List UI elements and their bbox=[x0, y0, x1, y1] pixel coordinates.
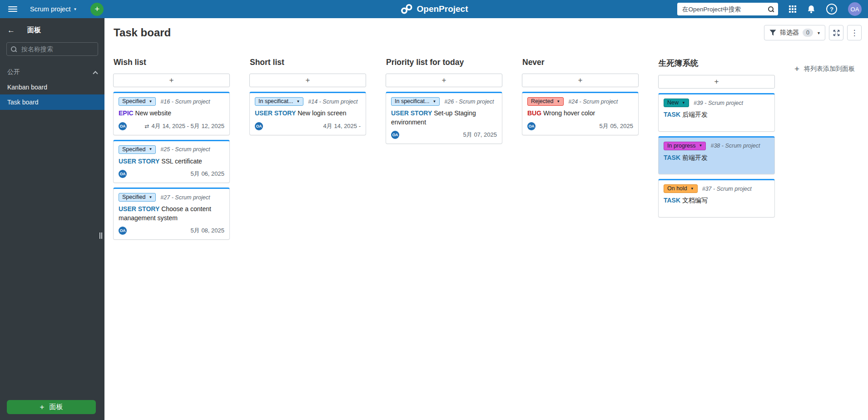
status-badge[interactable]: In specificat...▼ bbox=[391, 97, 440, 106]
chevron-down-icon: ▼ bbox=[73, 7, 77, 11]
column-title[interactable]: Never bbox=[522, 58, 639, 67]
chevron-down-icon: ▼ bbox=[699, 143, 703, 148]
date-range-icon: ⇄ bbox=[144, 123, 149, 129]
card-project: Scrum project bbox=[322, 99, 357, 105]
notifications-bell-icon[interactable] bbox=[807, 5, 815, 14]
work-package-card[interactable]: In progress▼#38 - Scrum projectTASK 前端开发 bbox=[658, 136, 775, 175]
date-text: 5月 07, 2025 bbox=[463, 131, 497, 139]
add-card-button[interactable]: + bbox=[522, 74, 639, 87]
card-title-row: USER STORY New login screen bbox=[255, 109, 361, 118]
filter-label: 筛选器 bbox=[780, 29, 799, 37]
status-badge[interactable]: Rejected▼ bbox=[527, 97, 564, 106]
work-package-card[interactable]: On hold▼#37 - Scrum projectTASK 文档编写 bbox=[658, 179, 775, 217]
work-package-type-label: USER STORY bbox=[255, 109, 296, 117]
plus-icon: + bbox=[94, 5, 99, 13]
help-icon[interactable]: ? bbox=[826, 4, 837, 15]
status-badge[interactable]: In specificat...▼ bbox=[255, 97, 303, 106]
add-card-button[interactable]: + bbox=[113, 74, 230, 87]
card-meta: #26 - Scrum project bbox=[444, 99, 494, 105]
more-options-button[interactable]: ⋮ bbox=[847, 25, 862, 40]
add-card-button[interactable]: + bbox=[386, 74, 502, 87]
status-badge[interactable]: In progress▼ bbox=[664, 142, 706, 150]
work-package-card[interactable]: Specified▼#16 - Scrum projectEPIC New we… bbox=[113, 92, 230, 135]
card-title-row: USER STORY Set-up Staging environment bbox=[391, 109, 497, 127]
avatar: OA bbox=[391, 131, 399, 139]
add-card-button[interactable]: + bbox=[658, 75, 775, 89]
menu-icon[interactable] bbox=[8, 5, 17, 14]
card-meta: #27 - Scrum project bbox=[160, 194, 210, 201]
card-header-row: On hold▼#37 - Scrum project bbox=[664, 184, 769, 193]
card-title: 后端开发 bbox=[682, 111, 708, 118]
status-label: On hold bbox=[667, 185, 687, 192]
user-avatar[interactable]: OA bbox=[848, 2, 862, 16]
date-text: 4月 14, 2025 - 5月 12, 2025 bbox=[152, 122, 224, 130]
page-title: Task board bbox=[114, 26, 171, 39]
add-list-button[interactable]: + 将列表添加到面板 bbox=[794, 64, 855, 74]
back-icon[interactable]: ← bbox=[7, 26, 15, 34]
work-package-card[interactable]: In specificat...▼#14 - Scrum projectUSER… bbox=[249, 92, 366, 135]
project-selector[interactable]: Scrum project ▼ bbox=[27, 5, 79, 13]
card-header-row: In specificat...▼#26 - Scrum project bbox=[391, 97, 497, 106]
board-column: Wish list+Specified▼#16 - Scrum projectE… bbox=[113, 58, 230, 244]
column-title[interactable]: 生死簿系统 bbox=[659, 58, 775, 69]
work-package-card[interactable]: Rejected▼#24 - Scrum projectBUG Wrong ho… bbox=[522, 92, 639, 135]
work-package-card[interactable]: Specified▼#27 - Scrum projectUSER STORY … bbox=[113, 188, 230, 240]
work-package-card[interactable]: New▼#39 - Scrum projectTASK 后端开发 bbox=[658, 93, 775, 132]
date-text: 4月 14, 2025 - bbox=[323, 122, 361, 130]
openproject-logo[interactable]: OpenProject bbox=[400, 0, 468, 18]
work-package-type-label: TASK bbox=[664, 197, 680, 204]
sidebar-item-task-board[interactable]: Task board bbox=[0, 94, 104, 110]
new-board-button[interactable]: + 面板 bbox=[7, 400, 96, 414]
sidebar-section-public[interactable]: 公开 bbox=[7, 68, 97, 76]
sidebar-title: 面板 bbox=[27, 26, 41, 35]
sidebar-board-list: Kanban boardTask board bbox=[0, 80, 104, 110]
status-badge[interactable]: Specified▼ bbox=[119, 145, 156, 154]
task-board: Wish list+Specified▼#16 - Scrum projectE… bbox=[104, 40, 868, 244]
date-text: 5月 06, 2025 bbox=[191, 170, 224, 178]
column-title[interactable]: Wish list bbox=[114, 58, 230, 67]
card-project: Scrum project bbox=[708, 100, 743, 106]
project-selector-label: Scrum project bbox=[30, 5, 70, 13]
card-title: 前端开发 bbox=[682, 154, 708, 161]
fullscreen-button[interactable] bbox=[829, 25, 843, 40]
card-id: #38 bbox=[710, 143, 720, 149]
sidebar-item-kanban-board[interactable]: Kanban board bbox=[0, 80, 104, 94]
work-package-type-label: USER STORY bbox=[391, 109, 432, 117]
status-label: In progress bbox=[667, 143, 696, 149]
plus-icon: + bbox=[794, 64, 799, 74]
chevron-up-icon[interactable] bbox=[93, 71, 98, 76]
status-badge[interactable]: On hold▼ bbox=[664, 184, 698, 193]
column-title[interactable]: Short list bbox=[250, 58, 366, 67]
status-badge[interactable]: Specified▼ bbox=[119, 97, 156, 106]
filter-button[interactable]: 筛选器 0 ▾ bbox=[764, 25, 825, 40]
logo-text: OpenProject bbox=[417, 4, 468, 14]
card-footer-row: OA5月 07, 2025 bbox=[391, 131, 497, 139]
sidebar-search-input[interactable] bbox=[20, 45, 94, 53]
add-project-button[interactable]: + bbox=[90, 3, 104, 16]
main-content: Task board 筛选器 0 ▾ bbox=[104, 18, 868, 420]
status-badge[interactable]: Specified▼ bbox=[119, 193, 156, 202]
apps-grid-icon[interactable] bbox=[789, 5, 796, 13]
global-search-input[interactable] bbox=[681, 5, 768, 13]
column-title[interactable]: Priority list for today bbox=[386, 58, 502, 67]
chevron-down-icon: ▼ bbox=[296, 99, 300, 104]
card-date: 5月 06, 2025 bbox=[191, 170, 224, 178]
fullscreen-expand-icon bbox=[833, 29, 840, 37]
card-title: New website bbox=[135, 109, 171, 117]
card-header-row: Specified▼#25 - Scrum project bbox=[119, 145, 224, 154]
board-column: 生死簿系统+New▼#39 - Scrum projectTASK 后端开发In… bbox=[658, 58, 775, 222]
work-package-card[interactable]: Specified▼#25 - Scrum projectUSER STORY … bbox=[113, 140, 230, 183]
status-badge[interactable]: New▼ bbox=[664, 99, 689, 107]
sidebar-resize-handle[interactable] bbox=[99, 232, 102, 239]
card-title: SSL certificate bbox=[161, 158, 202, 165]
card-date: 4月 14, 2025 - bbox=[323, 122, 361, 130]
card-meta: #39 - Scrum project bbox=[694, 100, 743, 106]
work-package-card[interactable]: In specificat...▼#26 - Scrum projectUSER… bbox=[386, 92, 502, 144]
card-meta: #14 - Scrum project bbox=[308, 99, 357, 105]
avatar: OA bbox=[255, 122, 263, 130]
card-project: Scrum project bbox=[175, 146, 210, 153]
status-label: In specificat... bbox=[395, 98, 429, 104]
add-card-button[interactable]: + bbox=[249, 74, 366, 87]
filter-count-badge: 0 bbox=[803, 29, 813, 37]
card-header-row: New▼#39 - Scrum project bbox=[664, 99, 769, 107]
